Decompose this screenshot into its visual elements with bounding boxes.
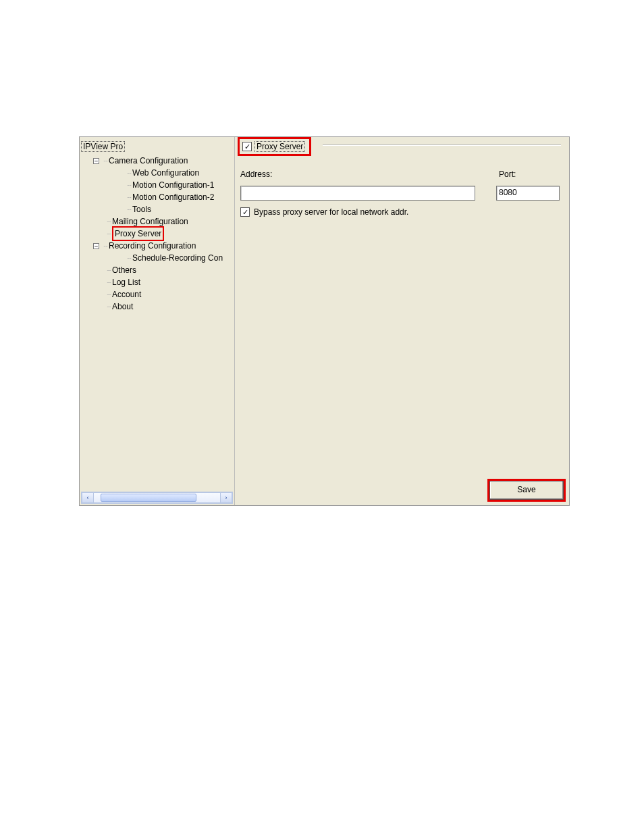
tree-label: Web Configuration (132, 167, 199, 179)
bypass-row: ✓ Bypass proxy server for local network … (240, 207, 408, 217)
tree-label: Camera Configuration (109, 155, 188, 167)
tree-label: Schedule-Recording Con (132, 252, 223, 264)
tree-label: Log List (112, 276, 140, 288)
tree-toggle-icon[interactable]: − (93, 158, 99, 164)
tree-item-account[interactable]: ···· Account (80, 288, 234, 301)
address-input[interactable] (240, 186, 475, 201)
horizontal-scrollbar[interactable]: ‹ › (81, 492, 233, 504)
scroll-right-button[interactable]: › (220, 492, 232, 503)
tree-item-schedule-recording[interactable]: ···· Schedule-Recording Con (80, 252, 234, 264)
tree-toggle-icon[interactable]: − (93, 243, 99, 249)
tree-item-camera-config[interactable]: − ···· Camera Configuration (80, 155, 234, 167)
tree-item-proxy[interactable]: ···· Proxy Server (80, 228, 234, 240)
tree-item-motion-2[interactable]: ···· Motion Configuration-2 (80, 191, 234, 203)
proxy-settings-panel: ✓ Proxy Server Address: Port: 8080 ✓ Byp… (235, 137, 569, 505)
nav-tree: − ···· Camera Configuration ···· Web Con… (80, 155, 234, 492)
bypass-label: Bypass proxy server for local network ad… (254, 207, 408, 217)
tree-label: Motion Configuration-2 (132, 191, 214, 203)
port-label: Port: (499, 170, 560, 179)
groupbox-divider (323, 144, 561, 145)
tree-label: Tools (132, 203, 151, 215)
tree-label: Proxy Server (112, 226, 164, 241)
bypass-checkbox[interactable]: ✓ (240, 207, 250, 217)
tree-label: About (112, 301, 133, 313)
address-label: Address: (240, 170, 272, 179)
tree-label: Others (112, 264, 136, 276)
port-input[interactable]: 8080 (496, 186, 560, 201)
tree-item-web-config[interactable]: ···· Web Configuration (80, 167, 234, 179)
tree-label: Motion Configuration-1 (132, 179, 214, 191)
scroll-track[interactable] (94, 492, 220, 503)
tree-item-others[interactable]: ···· Others (80, 264, 234, 276)
nav-tree-panel: IPView Pro − ···· Camera Configuration ·… (80, 137, 235, 505)
tree-item-tools[interactable]: ···· Tools (80, 203, 234, 215)
proxy-server-label: Proxy Server (254, 141, 305, 152)
tree-label: Recording Configuration (109, 240, 196, 252)
tree-label: Account (112, 288, 141, 301)
scroll-thumb[interactable] (101, 494, 196, 502)
tree-item-loglist[interactable]: ···· Log List (80, 276, 234, 288)
save-button[interactable]: Save (489, 481, 564, 500)
proxy-server-groupbox-header: ✓ Proxy Server (238, 137, 311, 156)
settings-dialog: IPView Pro − ···· Camera Configuration ·… (79, 136, 570, 506)
tree-item-recording[interactable]: − ···· Recording Configuration (80, 240, 234, 252)
scroll-left-button[interactable]: ‹ (82, 492, 94, 503)
proxy-server-checkbox[interactable]: ✓ (242, 142, 252, 151)
tree-item-about[interactable]: ···· About (80, 301, 234, 313)
tree-item-motion-1[interactable]: ···· Motion Configuration-1 (80, 179, 234, 191)
tree-root[interactable]: IPView Pro (81, 141, 125, 152)
